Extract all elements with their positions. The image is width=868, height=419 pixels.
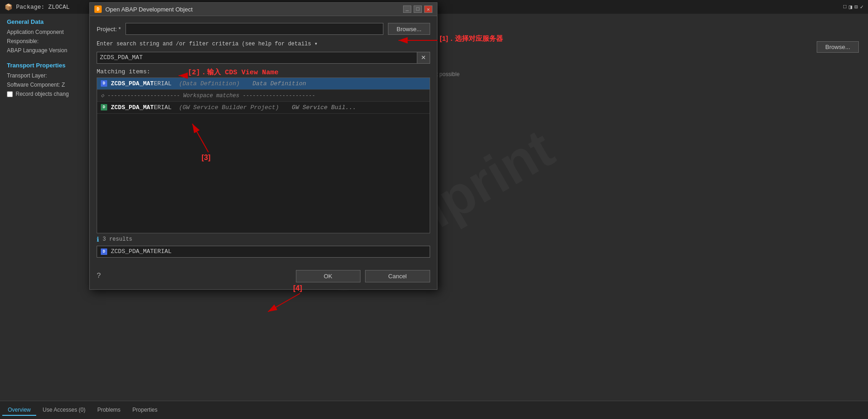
modal-title-bar: D Open ABAP Development Object _ □ ✕ — [90, 3, 437, 16]
maximize-button[interactable]: □ — [414, 6, 422, 13]
close-button[interactable]: ✕ — [424, 6, 432, 13]
project-row: Project: * Browse... — [97, 23, 430, 35]
ide-title: Package: ZLOCAL — [16, 4, 70, 11]
tab-problems[interactable]: Problems — [92, 405, 126, 416]
search-input[interactable] — [97, 52, 417, 64]
minimize-button[interactable]: _ — [403, 6, 411, 13]
result-name-2: ZCDS_PDA_MATERIAL — [111, 104, 172, 111]
tab-use-accesses[interactable]: Use Accesses (0) — [37, 405, 91, 416]
help-icon[interactable]: ? — [97, 272, 101, 280]
result-type-italic-1: Data Definition — [252, 80, 306, 87]
selected-input-row: D ZCDS_PDA_MATERIAL — [97, 246, 430, 258]
modal-body: Project: * Browse... Enter search string… — [90, 16, 437, 270]
tab-properties[interactable]: Properties — [127, 405, 163, 416]
hint-dropdown-arrow[interactable]: ▾ — [314, 41, 317, 47]
right-browse-button[interactable]: Browse... — [817, 41, 859, 53]
tray-icon-1: □ — [843, 4, 846, 10]
tray-icon-4: ✓ — [860, 4, 863, 11]
tray-icon-2: ◨ — [849, 4, 852, 11]
bottom-tab-bar: Overview Use Accesses (0) Problems Prope… — [0, 401, 868, 419]
matching-items-label: Matching items: — [97, 68, 430, 75]
selected-value-text: ZCDS_PDA_MATERIAL — [111, 248, 172, 255]
name-suffix-1: ERIAL — [154, 80, 172, 87]
result-type-italic-2: GW Service Buil... — [292, 104, 356, 111]
result-type-label-1: (Data Definition) — [179, 80, 240, 87]
dialog-title-icon: D — [94, 6, 102, 13]
search-row: ✕ — [97, 52, 430, 64]
project-label: Project: * — [97, 26, 121, 33]
result-icon-1: D — [101, 80, 107, 87]
system-tray: □ ◨ ⊡ ✓ — [839, 0, 868, 14]
right-browse-area: Browse... — [817, 41, 859, 53]
selected-icon: D — [101, 248, 107, 255]
tray-icon-3: ⊡ — [855, 4, 858, 11]
cancel-button[interactable]: Cancel — [365, 270, 430, 282]
result-name-1: ZCDS_PDA_MATERIAL — [111, 80, 172, 87]
open-abap-dialog: D Open ABAP Development Object _ □ ✕ Pro… — [89, 2, 437, 290]
name-prefix-1: ZCDS_PDA_MAT — [111, 80, 154, 87]
result-type-label-2: (GW Service Builder Project) — [179, 104, 279, 111]
package-icon: 📦 — [5, 3, 12, 11]
search-clear-button[interactable]: ✕ — [417, 52, 430, 64]
dialog-title: Open ABAP Development Object — [105, 6, 399, 13]
project-browse-button[interactable]: Browse... — [388, 23, 430, 35]
result-separator: ◇ ---------------------- Workspace match… — [97, 90, 430, 102]
name-prefix-2: ZCDS_PDA_MAT — [111, 104, 154, 111]
status-bar: ℹ 3 results — [97, 233, 430, 246]
dialog-title-buttons: _ □ ✕ — [403, 6, 432, 13]
record-objects-checkbox[interactable] — [7, 91, 13, 97]
status-info-icon: ℹ — [97, 236, 99, 243]
result-item-2[interactable]: D ZCDS_PDA_MATERIAL (GW Service Builder … — [97, 102, 430, 114]
status-count: 3 results — [103, 236, 132, 243]
modal-footer: ? OK Cancel — [90, 270, 437, 289]
result-item-1[interactable]: D ZCDS_PDA_MATERIAL (Data Definition) Da… — [97, 78, 430, 90]
ok-button[interactable]: OK — [296, 270, 360, 282]
result-icon-2: D — [101, 104, 107, 110]
record-objects-label: Record objects chang — [16, 91, 69, 97]
project-input[interactable] — [126, 23, 383, 35]
name-suffix-2: ERIAL — [154, 104, 172, 111]
hint-text: Enter search string and /or filter crite… — [97, 40, 430, 48]
tab-overview[interactable]: Overview — [2, 405, 36, 416]
results-list[interactable]: D ZCDS_PDA_MATERIAL (Data Definition) Da… — [97, 77, 430, 233]
